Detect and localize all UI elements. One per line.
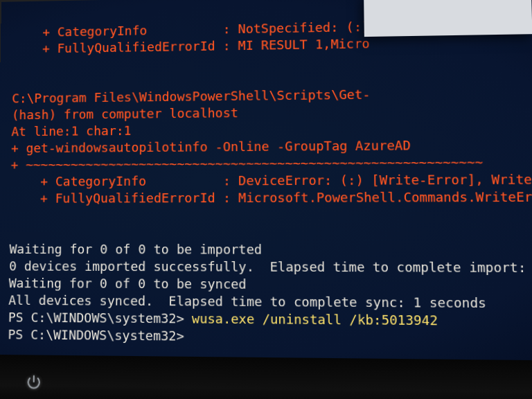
power-icon — [25, 373, 42, 391]
status-waiting-import: Waiting for 0 of 0 to be imported — [9, 242, 262, 257]
error-command-line: + get-windowsautopilotinfo -Online -Grou… — [11, 138, 411, 156]
error-at-line: At line:1 char:1 — [11, 123, 131, 139]
powershell-window[interactable]: + CategoryInfo : NotSpecified: (:) + Ful… — [0, 0, 532, 374]
monitor-bezel — [0, 355, 532, 399]
error-category-info: + CategoryInfo : DeviceError: (:) [Write… — [10, 172, 532, 189]
status-imported: 0 devices imported successfully. Elapsed… — [9, 258, 532, 275]
status-synced: All devices synced. Elapsed time to comp… — [8, 292, 486, 310]
ps-prompt: PS C:\WINDOWS\system32> — [8, 310, 192, 326]
error-hash-line: (hash) from computer localhost — [12, 105, 238, 122]
ps-prompt: PS C:\WINDOWS\system32> — [8, 327, 184, 344]
error-underline: + ~~~~~~~~~~~~~~~~~~~~~~~~~~~~~~~~~~~~~~… — [10, 154, 483, 172]
status-waiting-sync: Waiting for 0 of 0 to be synced — [9, 276, 247, 292]
prompt-line-2[interactable]: PS C:\WINDOWS\system32> — [8, 327, 184, 344]
overlay-window[interactable] — [364, 0, 532, 37]
prompt-line-1: PS C:\WINDOWS\system32> wusa.exe /uninst… — [8, 310, 438, 328]
desktop-screen: + CategoryInfo : NotSpecified: (:) + Ful… — [0, 0, 532, 399]
error-fq-error-id: + FullyQualifiedErrorId : Microsoft.Powe… — [10, 189, 532, 206]
typed-command: wusa.exe /uninstall /kb:5013942 — [192, 311, 438, 328]
error-script-path: C:\Program Files\WindowsPowerShell\Scrip… — [12, 87, 371, 105]
